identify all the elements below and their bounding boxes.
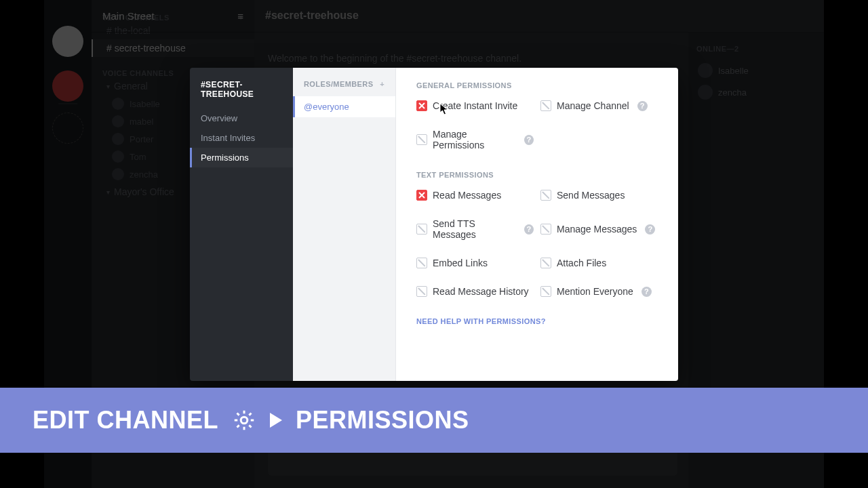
guild-separator [58, 103, 77, 104]
member-row[interactable]: zencha [696, 81, 816, 103]
channel-item-active[interactable]: # secret-treehouse [92, 39, 254, 57]
perm-mention-everyone[interactable]: Mention Everyone ? [540, 286, 658, 297]
help-icon[interactable]: ? [642, 287, 652, 297]
roles-column: ROLES/MEMBERS + @everyone [293, 68, 396, 381]
add-role-icon[interactable]: + [380, 80, 384, 88]
perm-manage-channel[interactable]: Manage Channel ? [540, 100, 658, 111]
server-header[interactable]: Main Street ≡ [92, 0, 254, 33]
add-server-button[interactable] [52, 113, 83, 144]
channel-topbar: #secret-treehouse [254, 0, 824, 33]
avatar [112, 168, 124, 180]
role-everyone[interactable]: @everyone [293, 96, 395, 117]
checkbox-neutral-icon[interactable] [416, 258, 427, 268]
svg-point-0 [241, 417, 248, 424]
permissions-column: GENERAL PERMISSIONS Create Instant Invit… [396, 68, 678, 381]
play-icon [270, 413, 282, 428]
channel-title: #secret-treehouse [265, 9, 359, 21]
banner-text-right: PERMISSIONS [296, 406, 469, 434]
settings-title: #SECRET-TREEHOUSE [190, 80, 293, 108]
avatar [698, 63, 713, 78]
settings-nav: #SECRET-TREEHOUSE Overview Instant Invit… [190, 68, 293, 381]
help-icon[interactable]: ? [524, 135, 534, 145]
general-permissions-grid: Create Instant Invite Manage Channel ? M… [416, 100, 658, 150]
checkbox-neutral-icon[interactable] [416, 224, 427, 235]
menu-icon[interactable]: ≡ [237, 10, 243, 22]
member-row[interactable]: Isabelle [696, 60, 816, 81]
checkbox-neutral-icon[interactable] [540, 100, 551, 111]
avatar [112, 133, 124, 145]
avatar [112, 150, 124, 163]
checkbox-neutral-icon[interactable] [416, 134, 427, 145]
checkbox-denied-icon[interactable] [416, 100, 427, 111]
perm-read-messages[interactable]: Read Messages [416, 190, 534, 201]
roles-header: ROLES/MEMBERS + [293, 68, 395, 96]
help-icon[interactable]: ? [637, 101, 648, 111]
guild-avatar[interactable] [52, 70, 83, 102]
tutorial-banner: EDIT CHANNEL PERMISSIONS [0, 388, 868, 453]
checkbox-neutral-icon[interactable] [540, 258, 551, 268]
checkbox-neutral-icon[interactable] [416, 286, 427, 297]
perm-manage-messages[interactable]: Manage Messages ? [540, 218, 658, 240]
perm-create-instant-invite[interactable]: Create Instant Invite [416, 100, 534, 111]
perm-read-message-history[interactable]: Read Message History [416, 286, 534, 297]
checkbox-neutral-icon[interactable] [540, 286, 551, 297]
channel-settings-modal: #SECRET-TREEHOUSE Overview Instant Invit… [190, 68, 678, 381]
general-permissions-header: GENERAL PERMISSIONS [416, 81, 658, 89]
banner-text-left: EDIT CHANNEL [33, 406, 218, 434]
avatar [698, 85, 713, 100]
perm-send-messages[interactable]: Send Messages [540, 190, 658, 201]
text-permissions-header: TEXT PERMISSIONS [416, 171, 658, 179]
checkbox-neutral-icon[interactable] [540, 190, 551, 201]
checkbox-neutral-icon[interactable] [540, 224, 551, 235]
members-header: ONLINE—2 [696, 45, 816, 53]
welcome-text: Welcome to the beginning of the #secret-… [268, 53, 521, 64]
avatar [112, 115, 124, 127]
help-icon[interactable]: ? [645, 224, 655, 235]
guild-avatar[interactable] [52, 26, 83, 57]
nav-permissions[interactable]: Permissions [190, 148, 293, 167]
nav-instant-invites[interactable]: Instant Invites [190, 128, 293, 148]
chevron-down-icon: ▾ [106, 83, 110, 90]
perm-attach-files[interactable]: Attach Files [540, 258, 658, 268]
checkbox-denied-icon[interactable] [416, 190, 427, 201]
text-permissions-grid: Read Messages Send Messages Send TTS Mes… [416, 190, 658, 297]
nav-overview[interactable]: Overview [190, 108, 293, 128]
chevron-right-icon: ▾ [106, 188, 110, 196]
gear-icon [232, 408, 256, 432]
server-name: Main Street [102, 10, 155, 22]
app-root: Main Street ≡ TEXT CHANNELS + # the-loca… [0, 0, 868, 488]
avatar [112, 98, 124, 110]
perm-send-tts-messages[interactable]: Send TTS Messages ? [416, 218, 534, 240]
need-help-link[interactable]: NEED HELP WITH PERMISSIONS? [416, 317, 658, 325]
help-icon[interactable]: ? [524, 224, 534, 235]
perm-embed-links[interactable]: Embed Links [416, 258, 534, 268]
perm-manage-permissions[interactable]: Manage Permissions ? [416, 129, 534, 150]
